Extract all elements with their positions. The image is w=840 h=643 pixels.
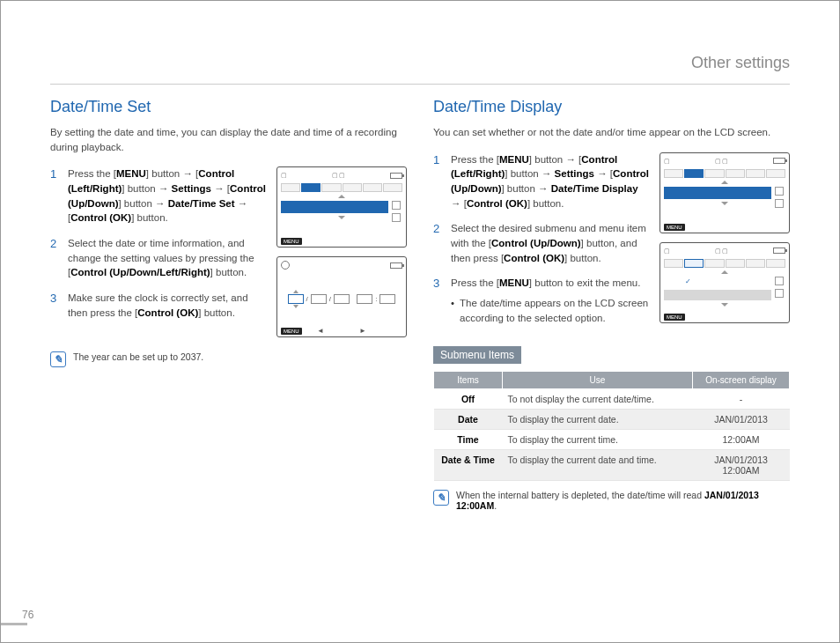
- home-icon: ▢: [664, 158, 670, 165]
- note-year-2037: ✎ The year can be set up to 2037.: [50, 351, 407, 367]
- step-1: 1 Press the [MENU] button [Control (Left…: [433, 152, 651, 211]
- lcd-menu-figure: ▢ ▢ ▢ MENU: [276, 166, 407, 248]
- table-row: Date To display the current date. JAN/01…: [434, 410, 790, 430]
- table-row: Time To display the current time. 12:00A…: [434, 430, 790, 450]
- step-number: 1: [433, 152, 444, 211]
- lcd-tabs: [664, 259, 785, 268]
- right-column: Date/Time Display You can set whether or…: [433, 98, 790, 617]
- lcd-submenu-figure: ▢ ▢ ▢ ✓ MENU: [659, 242, 790, 323]
- lcd-option-row: [664, 290, 771, 300]
- right-body: 1 Press the [MENU] button [Control (Left…: [433, 152, 790, 336]
- note-icon: ✎: [50, 351, 66, 367]
- step-number: 3: [50, 291, 61, 320]
- card-icon: ▢ ▢: [715, 248, 729, 255]
- date-time-display-intro: You can set whether or not the date and/…: [433, 125, 790, 140]
- submenu-items-label: Submenu Items: [433, 346, 521, 364]
- home-icon: ▢: [281, 172, 287, 179]
- page-number: 76: [22, 609, 33, 621]
- battery-icon: [773, 248, 785, 254]
- lcd-menu-figure: ▢ ▢ ▢ MENU: [659, 152, 790, 233]
- step-2: 2 Select the date or time information, a…: [50, 236, 268, 280]
- chevron-up-icon: [338, 195, 345, 198]
- table-row: Date & Time To display the current date …: [434, 450, 790, 481]
- field-hour: [357, 294, 372, 304]
- note-text: The year can be set up to 2037.: [73, 351, 203, 362]
- submenu-table: Items Use On-screen display Off To not d…: [433, 371, 790, 481]
- field-min: [379, 294, 395, 304]
- chevron-down-icon: [721, 303, 728, 307]
- step-number: 2: [50, 236, 61, 280]
- two-column-layout: Date/Time Set By setting the date and ti…: [50, 98, 790, 617]
- chevron-down-icon: [338, 216, 345, 219]
- right-steps: 1 Press the [MENU] button [Control (Left…: [433, 152, 651, 336]
- page-section-title: Other settings: [691, 54, 790, 72]
- chevron-down-icon: [721, 202, 728, 205]
- card-icon: ▢ ▢: [715, 158, 729, 165]
- card-icon: ▢ ▢: [332, 172, 346, 179]
- menu-tag: MENU: [664, 224, 685, 231]
- step-3: 3 Press the [MENU] button to exit the me…: [433, 276, 651, 325]
- lcd-side-icons: [775, 187, 785, 208]
- arrow-left-icon: ◄: [317, 327, 324, 335]
- lcd-selected-row: [281, 201, 388, 213]
- field-day: [311, 294, 327, 304]
- home-icon: ▢: [664, 248, 670, 255]
- header-rule: [50, 84, 790, 85]
- left-body: 1 Press the [MENU] button [Control (Left…: [50, 166, 407, 337]
- lcd-selected-row: [664, 187, 771, 199]
- lcd-tabs: [281, 183, 402, 192]
- step-1: 1 Press the [MENU] button [Control (Left…: [50, 166, 268, 225]
- menu-tag: MENU: [664, 314, 685, 321]
- left-column: Date/Time Set By setting the date and ti…: [50, 98, 407, 617]
- note-icon: ✎: [433, 490, 449, 506]
- field-year: [334, 294, 350, 304]
- col-display: On-screen display: [693, 372, 790, 389]
- step-number: 1: [50, 166, 61, 225]
- sub-bullet: The date/time appears on the LCD screen …: [451, 296, 651, 325]
- col-items: Items: [434, 372, 503, 389]
- gear-icon: [281, 261, 290, 270]
- date-time-display-heading: Date/Time Display: [433, 98, 790, 116]
- col-use: Use: [503, 372, 693, 389]
- chevron-up-icon: [721, 181, 728, 184]
- battery-icon: [773, 158, 785, 164]
- chevron-up-icon: [721, 270, 728, 274]
- lcd-side-icons: [775, 277, 785, 298]
- left-steps: 1 Press the [MENU] button [Control (Left…: [50, 166, 268, 337]
- battery-icon: [390, 173, 402, 179]
- right-figures: ▢ ▢ ▢ MENU: [659, 152, 790, 336]
- step-number: 2: [433, 221, 444, 265]
- note-battery-depleted: ✎ When the internal battery is depleted,…: [433, 490, 790, 511]
- lcd-date-fields: / / :: [277, 294, 406, 304]
- date-time-set-intro: By setting the date and time, you can di…: [50, 125, 407, 154]
- lcd-tabs: [664, 169, 785, 178]
- manual-page: Other settings Date/Time Set By setting …: [0, 0, 840, 643]
- step-2: 2 Select the desired submenu and menu it…: [433, 221, 651, 265]
- lcd-side-icons: [392, 201, 402, 222]
- left-figures: ▢ ▢ ▢ MENU: [276, 166, 407, 337]
- date-time-set-heading: Date/Time Set: [50, 98, 407, 116]
- menu-tag: MENU: [281, 238, 302, 245]
- step-3: 3 Make sure the clock is correctly set, …: [50, 291, 268, 320]
- note-text: When the internal battery is depleted, t…: [456, 490, 790, 511]
- step-number: 3: [433, 276, 444, 325]
- table-row: Off To not display the current date/time…: [434, 389, 790, 410]
- arrow-right-icon: ►: [359, 327, 366, 335]
- field-month: [288, 294, 304, 304]
- check-icon: ✓: [685, 277, 691, 285]
- battery-icon: [390, 262, 402, 269]
- lcd-date-figure: / / : MENU ◄ ►: [276, 256, 407, 337]
